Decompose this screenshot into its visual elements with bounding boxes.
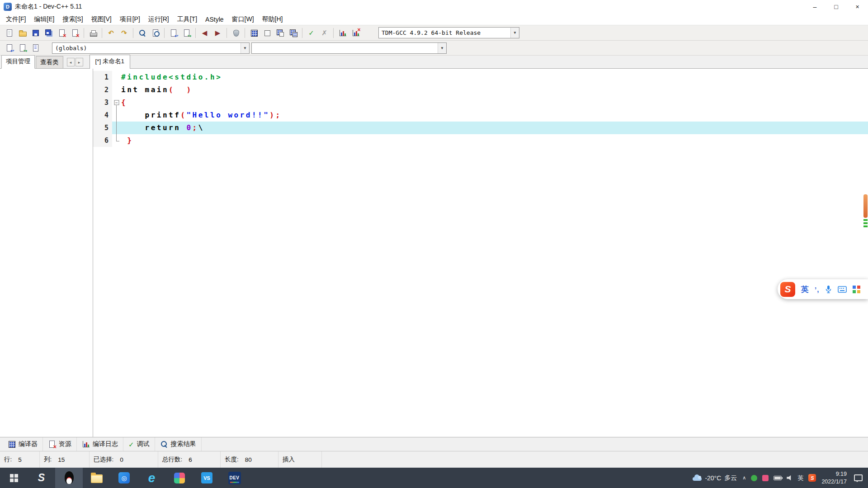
jump-forward-button[interactable] [16, 42, 29, 54]
volume-icon[interactable] [787, 475, 793, 481]
find-button[interactable] [136, 27, 149, 39]
tab-class-viewer[interactable]: 查看类 [36, 56, 63, 68]
globals-select-value: (globals) [52, 45, 87, 52]
forward-button[interactable]: ▶ [211, 27, 224, 39]
close-all-button[interactable] [68, 27, 81, 39]
maximize-button[interactable]: □ [826, 0, 847, 14]
microphone-icon[interactable] [825, 285, 832, 294]
bottom-tab-search-results[interactable]: 搜索结果 [155, 437, 202, 451]
taskbar-internet-explorer[interactable]: e [138, 468, 165, 488]
menu-astyle[interactable]: AStyle [201, 14, 227, 24]
profile-del-button[interactable] [349, 27, 362, 39]
chevron-down-icon: ▼ [438, 43, 446, 53]
new-file-button[interactable] [3, 27, 16, 39]
bottom-tab-compile-log[interactable]: 编译日志 [77, 437, 123, 451]
compiler-select[interactable]: TDM-GCC 4.9.2 64-bit Release ▼ [378, 27, 519, 38]
code-line-3[interactable]: 3−{ [93, 96, 868, 109]
sogou-search-icon: S [38, 472, 45, 484]
menu-search[interactable]: 搜索[S] [58, 14, 87, 25]
taskbar-file-explorer[interactable] [83, 468, 110, 488]
taskbar-sogou-search[interactable]: S [28, 468, 55, 488]
class-select[interactable]: ▼ [251, 42, 447, 54]
compile-run-button[interactable] [274, 27, 287, 39]
taskbar-app-blue[interactable]: ◎ [110, 468, 138, 488]
menu-file[interactable]: 文件[F] [2, 14, 30, 25]
stop-button[interactable]: ✗ [318, 27, 331, 39]
undo-button[interactable]: ↶ [104, 27, 118, 39]
fold-toggle[interactable]: − [112, 96, 121, 109]
scrollbar-marker[interactable] [863, 194, 868, 227]
remove-file-button[interactable] [180, 27, 193, 39]
code-line-6[interactable]: 6 } [93, 134, 868, 147]
code-editor[interactable]: 1#include<stdio.h>2int main( )3−{4 print… [93, 69, 868, 437]
profile-button[interactable] [336, 27, 349, 39]
editor-tab-untitled-1[interactable]: [*] 未命名1 [90, 55, 131, 69]
toggle-panel-button[interactable] [29, 42, 42, 54]
back-button[interactable]: ◀ [198, 27, 211, 39]
save-all-button[interactable] [42, 27, 55, 39]
close-file-button[interactable] [55, 27, 68, 39]
battery-icon[interactable] [774, 476, 782, 480]
taskbar-qq[interactable] [55, 468, 83, 488]
compile-button[interactable] [247, 27, 260, 39]
replace-button[interactable] [149, 27, 162, 39]
run-button[interactable] [260, 27, 274, 39]
hidden-icons-chevron-icon[interactable]: ∧ [742, 475, 746, 481]
project-panel[interactable] [0, 69, 93, 437]
ime-toolbox-icon[interactable] [853, 286, 860, 293]
code-line-4[interactable]: 4 printf("Hello word!!"); [93, 109, 868, 122]
pink-app-icon[interactable] [762, 475, 769, 481]
add-file-button[interactable] [167, 27, 180, 39]
abort-button[interactable] [229, 27, 242, 39]
bottom-tab-resources[interactable]: 资源 [43, 437, 77, 451]
menu-help[interactable]: 帮助[H] [258, 14, 287, 25]
menu-edit[interactable]: 编辑[E] [30, 14, 58, 25]
toolbar-separator [302, 28, 302, 38]
print-button[interactable] [86, 27, 99, 39]
ime-mode-indicator[interactable]: 英 [801, 284, 809, 295]
code-line-5[interactable]: 5 return 0;\ [93, 122, 868, 134]
weather-widget[interactable]: -20°C 多云 [693, 474, 737, 482]
taskbar-start[interactable] [0, 468, 28, 488]
ime-punctuation-indicator[interactable]: ’, [815, 286, 819, 293]
tab-project-manager[interactable]: 项目管理 [1, 55, 35, 69]
minimize-button[interactable]: – [804, 0, 826, 14]
scrollbar-thumb[interactable] [863, 194, 868, 218]
globals-select[interactable]: (globals) ▼ [52, 42, 250, 54]
sogou-tray-icon[interactable]: S [808, 474, 816, 482]
taskbar-vscode[interactable]: VS [193, 468, 221, 488]
taskbar-dev-cpp[interactable]: DEV [221, 468, 248, 488]
menu-project[interactable]: 项目[P] [116, 14, 144, 25]
menu-tools[interactable]: 工具[T] [173, 14, 201, 25]
rebuild-button[interactable] [287, 27, 300, 39]
taskbar-app-color[interactable] [165, 468, 193, 488]
app-blue-icon: ◎ [118, 472, 130, 483]
menu-view[interactable]: 视图[V] [87, 14, 116, 25]
action-center-icon[interactable] [854, 474, 863, 481]
menu-run[interactable]: 运行[R] [144, 14, 173, 25]
tab-scroll-right[interactable]: ▸ [75, 58, 83, 66]
green-app-icon[interactable] [751, 475, 757, 481]
clock-date: 2022/1/17 [821, 478, 847, 486]
window-controls: – □ × [804, 0, 868, 14]
bottom-tab-search-results-icon [160, 440, 168, 448]
code-line-2[interactable]: 2int main( ) [93, 84, 868, 96]
tab-scroll-left[interactable]: ◂ [67, 58, 75, 66]
fold-collapse-icon[interactable]: − [114, 100, 119, 105]
redo-button[interactable]: ↷ [118, 27, 131, 39]
jump-back-button[interactable] [3, 42, 16, 54]
taskbar-clock[interactable]: 9:19 2022/1/17 [821, 470, 847, 486]
ime-indicator-icon[interactable]: 英 [797, 474, 803, 482]
status-filler [322, 451, 868, 468]
bottom-tab-compiler[interactable]: 编译器 [3, 437, 43, 451]
close-button[interactable]: × [847, 0, 868, 14]
debug-button[interactable]: ✓ [305, 27, 318, 39]
status-selected: 已选择:0 [90, 451, 158, 468]
open-file-button[interactable] [16, 27, 29, 39]
sogou-logo-icon[interactable]: S [780, 282, 795, 297]
code-line-1[interactable]: 1#include<stdio.h> [93, 71, 868, 84]
keyboard-icon[interactable] [838, 286, 847, 293]
bottom-tab-debug[interactable]: ✓调试 [123, 437, 155, 451]
save-button[interactable] [29, 27, 42, 39]
menu-window[interactable]: 窗口[W] [228, 14, 258, 25]
